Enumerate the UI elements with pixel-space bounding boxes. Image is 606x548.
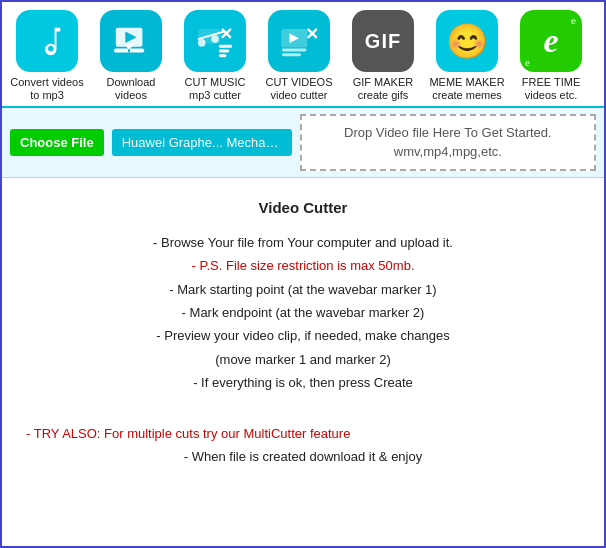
top-nav: Convert videos to mp3 Download videos — [2, 2, 604, 108]
svg-rect-14 — [282, 49, 307, 52]
meme-icon: 😊 — [436, 10, 498, 72]
gif-icon: GIF — [352, 10, 414, 72]
instruction-line-5: - Preview your video clip, if needed, ma… — [26, 324, 580, 347]
instruction-line-2: - P.S. File size restriction is max 50mb… — [26, 254, 580, 277]
instruction-line-6: (move marker 1 and marker 2) — [26, 348, 580, 371]
nav-label-cut-music: CUT MUSIC mp3 cutter — [176, 76, 254, 102]
instructions-title: Video Cutter — [26, 194, 580, 221]
nav-label-meme-maker: MEME MAKER create memes — [428, 76, 506, 102]
svg-rect-9 — [219, 45, 232, 48]
enjoy-line: - When file is created download it & enj… — [26, 445, 580, 468]
file-name-display: Huawei Graphe... Mechanism.mp4 — [112, 129, 292, 156]
svg-point-7 — [198, 39, 206, 47]
cut-video-icon — [268, 10, 330, 72]
svg-rect-11 — [219, 54, 227, 57]
try-also-line: - TRY ALSO: For multiple cuts try our Mu… — [26, 422, 580, 445]
nav-label-gif-maker: GIF MAKER create gifs — [344, 76, 422, 102]
drop-zone[interactable]: Drop Video file Here To Get Started. wmv… — [300, 114, 596, 170]
instruction-line-7: - If everything is ok, then press Create — [26, 371, 580, 394]
instruction-line-4: - Mark endpoint (at the wavebar marker 2… — [26, 301, 580, 324]
nav-item-convert-mp3[interactable]: Convert videos to mp3 — [8, 10, 86, 102]
download-video-icon — [100, 10, 162, 72]
nav-item-free-time[interactable]: e e e FREE TIME videos etc. — [512, 10, 590, 102]
nav-item-download-videos[interactable]: Download videos — [92, 10, 170, 102]
svg-point-8 — [211, 35, 219, 43]
drop-zone-line2: wmv,mp4,mpg,etc. — [394, 144, 502, 159]
nav-label-convert-mp3: Convert videos to mp3 — [8, 76, 86, 102]
nav-item-cut-music[interactable]: CUT MUSIC mp3 cutter — [176, 10, 254, 102]
svg-rect-10 — [219, 50, 229, 53]
nav-label-cut-videos: CUT VIDEOS video cutter — [260, 76, 338, 102]
music-icon — [16, 10, 78, 72]
free-time-icon: e e e — [520, 10, 582, 72]
upload-area: Choose File Huawei Graphe... Mechanism.m… — [2, 108, 604, 177]
drop-zone-line1: Drop Video file Here To Get Started. — [344, 125, 552, 140]
instruction-line-1: - Browse Your file from Your computer an… — [26, 231, 580, 254]
nav-label-free-time: FREE TIME videos etc. — [512, 76, 590, 102]
nav-item-meme-maker[interactable]: 😊 MEME MAKER create memes — [428, 10, 506, 102]
svg-rect-15 — [282, 53, 301, 56]
nav-label-download-videos: Download videos — [92, 76, 170, 102]
instructions-panel: Video Cutter - Browse Your file from You… — [2, 178, 604, 485]
choose-file-button[interactable]: Choose File — [10, 129, 104, 156]
nav-item-gif-maker[interactable]: GIF GIF MAKER create gifs — [344, 10, 422, 102]
instruction-line-3: - Mark starting point (at the wavebar ma… — [26, 278, 580, 301]
cut-music-icon — [184, 10, 246, 72]
nav-item-cut-videos[interactable]: CUT VIDEOS video cutter — [260, 10, 338, 102]
